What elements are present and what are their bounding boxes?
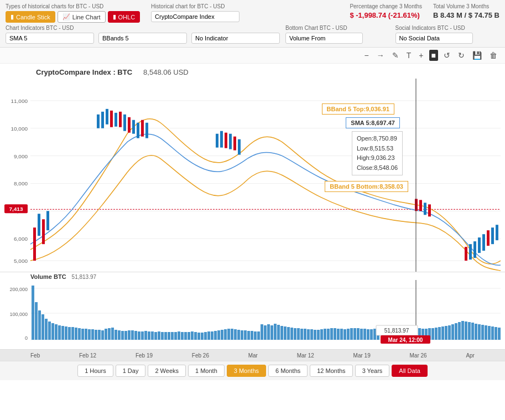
indicator-select-2[interactable]: BBands 5 (98, 33, 187, 44)
svg-rect-142 (310, 329, 313, 340)
line-icon: 📈 (63, 13, 70, 20)
volume-chart: Volume BTC 51,813.97 200,000 100,000 0 (0, 272, 505, 350)
rect-button[interactable]: ■ (429, 50, 438, 61)
svg-rect-33 (225, 133, 227, 148)
time-btn-3m[interactable]: 3 Months (227, 365, 266, 377)
arrow-button[interactable]: → (374, 50, 387, 61)
indicators-selects: SMA 5 BBands 5 No Indicator (6, 33, 280, 44)
social-select[interactable]: No Social Data (395, 33, 473, 44)
timeline-label-0: Feb (30, 352, 40, 359)
svg-rect-125 (254, 331, 257, 340)
timeline-label-2: Feb 19 (136, 352, 153, 359)
svg-rect-69 (68, 327, 71, 340)
svg-rect-140 (304, 329, 306, 340)
svg-rect-94 (151, 331, 154, 340)
historical-select[interactable]: CryptoCompare Index (151, 11, 240, 22)
time-btn-3y[interactable]: 3 Years (355, 365, 390, 377)
undo-button[interactable]: ↺ (441, 50, 452, 61)
svg-rect-141 (307, 329, 310, 340)
svg-rect-136 (290, 328, 293, 340)
ind1-wrap: SMA 5 (6, 33, 94, 44)
svg-rect-171 (431, 328, 434, 340)
svg-text:11,000: 11,000 (11, 98, 28, 104)
svg-rect-79 (101, 330, 104, 340)
pct-section: Percentage change 3 Months $ -1,998.74 (… (350, 3, 422, 19)
svg-rect-35 (233, 137, 236, 151)
svg-rect-38 (419, 200, 422, 211)
ohlc-button[interactable]: ▮ OHLC (108, 11, 140, 23)
svg-rect-20 (101, 112, 104, 128)
tooltip-bband-bot: BBand 5 Bottom:8,358.03 (325, 181, 408, 192)
time-btn-1m[interactable]: 1 Month (188, 365, 225, 377)
svg-rect-158 (363, 329, 366, 340)
time-btn-all[interactable]: All Data (392, 365, 428, 377)
time-buttons: 1 Hours 1 Day 2 Weeks 1 Month 3 Months 6… (0, 361, 505, 380)
svg-rect-58 (32, 286, 34, 340)
top-bar: Types of historical charts for BTC - USD… (0, 0, 505, 48)
svg-rect-43 (473, 241, 476, 258)
svg-rect-68 (65, 326, 67, 340)
svg-rect-100 (171, 332, 174, 340)
pct-value: $ -1,998.74 (-21.61%) (350, 11, 422, 19)
chart-type-section: Types of historical charts for BTC - USD… (6, 3, 140, 23)
tooltip-low: Low:8,515.53 (357, 144, 398, 154)
svg-rect-121 (241, 330, 243, 340)
svg-rect-111 (207, 331, 210, 340)
social-label: Social Indicators BTC - USD (395, 25, 500, 31)
time-btn-6m[interactable]: 6 Months (268, 365, 308, 377)
svg-rect-109 (201, 333, 204, 340)
svg-text:9,000: 9,000 (14, 153, 28, 159)
svg-rect-118 (231, 329, 233, 340)
svg-rect-41 (465, 247, 467, 261)
pencil-button[interactable]: ✎ (390, 50, 401, 61)
plus-button[interactable]: + (417, 50, 425, 61)
svg-rect-150 (337, 329, 340, 340)
svg-rect-106 (191, 331, 194, 340)
svg-rect-184 (475, 324, 477, 340)
svg-rect-29 (141, 120, 144, 137)
svg-text:7,413: 7,413 (9, 206, 23, 212)
svg-rect-176 (448, 325, 451, 340)
tooltip-sma: SMA 5:8,697.47 (346, 117, 400, 128)
svg-rect-87 (128, 330, 131, 340)
svg-rect-60 (38, 310, 41, 340)
svg-rect-154 (350, 328, 353, 340)
svg-rect-82 (111, 328, 114, 340)
time-btn-1d[interactable]: 1 Day (116, 365, 146, 377)
line-chart-button[interactable]: 📈 Line Chart (58, 11, 106, 23)
timeline-label-4: Mar (248, 352, 258, 359)
svg-rect-126 (257, 331, 260, 340)
svg-rect-84 (118, 330, 121, 340)
social-select-wrap: No Social Data (395, 33, 473, 44)
historical-label: Historical chart for BTC - USD (151, 3, 339, 9)
svg-rect-116 (224, 329, 227, 340)
bottom-chart-select[interactable]: Volume From (285, 33, 363, 44)
svg-rect-147 (327, 329, 330, 340)
indicator-select-3[interactable]: No Indicator (191, 33, 280, 44)
indicator-select-1[interactable]: SMA 5 (6, 33, 94, 44)
timeline-labels: Feb Feb 12 Feb 19 Feb 26 Mar Mar 12 Mar … (30, 352, 475, 359)
svg-rect-74 (85, 329, 87, 340)
svg-rect-107 (194, 332, 197, 340)
text-button[interactable]: T (404, 50, 414, 61)
svg-rect-19 (97, 115, 100, 128)
svg-rect-177 (451, 324, 454, 340)
save-button[interactable]: 💾 (470, 50, 484, 61)
tooltip-high: High:9,036.23 (357, 153, 398, 163)
candle-stick-button[interactable]: ▮ Candle Stick (6, 11, 55, 23)
time-btn-12m[interactable]: 12 Months (310, 365, 352, 377)
svg-rect-191 (498, 328, 501, 340)
redo-button[interactable]: ↻ (456, 50, 467, 61)
svg-rect-31 (216, 134, 218, 148)
svg-rect-174 (441, 326, 444, 340)
svg-rect-110 (204, 332, 207, 340)
volume-label: Total Volume 3 Months (433, 3, 499, 9)
svg-rect-123 (247, 331, 250, 340)
svg-rect-102 (178, 331, 180, 340)
time-btn-2w[interactable]: 2 Weeks (148, 365, 186, 377)
svg-rect-17 (42, 219, 45, 244)
zoom-out-button[interactable]: − (362, 50, 371, 61)
delete-button[interactable]: 🗑 (487, 50, 499, 61)
time-btn-1h[interactable]: 1 Hours (77, 365, 113, 377)
svg-rect-76 (91, 329, 94, 340)
